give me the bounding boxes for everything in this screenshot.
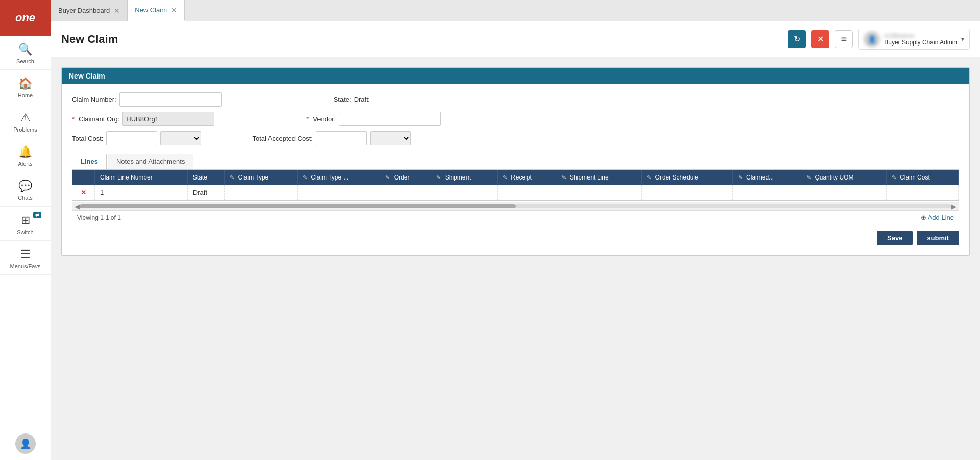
user-text-block: HUB8admin Buyer Supply Chain Admin bbox=[884, 33, 957, 46]
save-button[interactable]: Save bbox=[877, 231, 913, 245]
col-quantity-uom-label: Quantity UOM bbox=[815, 174, 853, 181]
sidebar-item-home-label: Home bbox=[18, 92, 33, 98]
tab-new-claim[interactable]: New Claim ✕ bbox=[128, 0, 185, 21]
col-quantity-uom-edit-icon: ✎ bbox=[806, 174, 811, 181]
table-body: ✕ 1 Draft bbox=[72, 185, 959, 200]
main-content: Buyer Dashboard ✕ New Claim ✕ New Claim … bbox=[51, 0, 980, 460]
lines-table: Claim Line Number State ✎ Claim Type bbox=[72, 170, 959, 200]
tab-notes-label: Notes and Attachments bbox=[116, 158, 185, 165]
sidebar: one 🔍 Search 🏠 Home ⚠ Problems 🔔 Alerts … bbox=[0, 0, 51, 460]
page-content: New Claim Claim Number: State: Draft bbox=[51, 57, 980, 460]
col-quantity-uom: ✎ Quantity UOM bbox=[801, 170, 887, 185]
sidebar-avatar-area[interactable]: 👤 bbox=[0, 427, 51, 460]
cell-claim-line-number: 1 bbox=[95, 185, 188, 200]
app-logo: one bbox=[0, 0, 51, 36]
form-body: Claim Number: State: Draft * Claimant Or… bbox=[62, 84, 969, 255]
col-shipment-edit-icon: ✎ bbox=[436, 174, 441, 181]
tab-lines[interactable]: Lines bbox=[72, 154, 107, 169]
total-cost-input[interactable] bbox=[106, 131, 157, 145]
cell-claim-line-number-value: 1 bbox=[100, 189, 104, 196]
action-bar: Save submit bbox=[72, 224, 959, 247]
col-claimed-label: Claimed... bbox=[746, 174, 774, 181]
home-icon: 🏠 bbox=[18, 77, 32, 90]
col-order-schedule-edit-icon: ✎ bbox=[647, 174, 651, 181]
col-shipment-line: ✎ Shipment Line bbox=[556, 170, 642, 185]
content-tabs: Lines Notes and Attachments bbox=[72, 154, 959, 169]
total-accepted-cost-input[interactable] bbox=[316, 131, 367, 145]
tab-buyer-dashboard-close[interactable]: ✕ bbox=[114, 7, 120, 15]
user-avatar: 👤 bbox=[864, 31, 880, 47]
tab-notes-attachments[interactable]: Notes and Attachments bbox=[108, 154, 193, 169]
claimant-org-label: Claimant Org: bbox=[79, 115, 119, 123]
col-claim-cost-label: Claim Cost bbox=[900, 174, 930, 181]
total-accepted-cost-currency-select[interactable] bbox=[370, 131, 411, 145]
horizontal-scrollbar[interactable]: ◀ ▶ bbox=[72, 202, 959, 210]
sidebar-item-search[interactable]: 🔍 Search bbox=[0, 36, 51, 70]
tab-new-claim-close[interactable]: ✕ bbox=[171, 6, 177, 14]
sidebar-item-chats[interactable]: 💬 Chats bbox=[0, 172, 51, 207]
col-claim-type-2-label: Claim Type ... bbox=[311, 174, 348, 181]
cell-quantity-uom[interactable] bbox=[801, 185, 887, 200]
col-state-label: State bbox=[193, 174, 207, 181]
claimant-org-group: * Claimant Org: bbox=[72, 112, 214, 126]
claimant-org-input[interactable] bbox=[122, 112, 214, 126]
sidebar-item-switch[interactable]: ⊞ ⇄ Switch bbox=[0, 207, 51, 241]
col-state: State bbox=[187, 170, 224, 185]
sidebar-bottom: 👤 bbox=[0, 427, 51, 460]
col-claim-type-1: ✎ Claim Type bbox=[225, 170, 298, 185]
cell-state: Draft bbox=[187, 185, 224, 200]
cell-shipment[interactable] bbox=[431, 185, 497, 200]
tab-lines-label: Lines bbox=[81, 158, 98, 165]
submit-button[interactable]: submit bbox=[917, 231, 959, 245]
tab-bar: Buyer Dashboard ✕ New Claim ✕ bbox=[51, 0, 980, 21]
col-claimed-edit-icon: ✎ bbox=[738, 174, 743, 181]
scrollbar-track[interactable] bbox=[80, 204, 951, 208]
add-line-button[interactable]: ⊕ Add Line bbox=[921, 214, 954, 221]
cell-state-value: Draft bbox=[193, 189, 207, 196]
col-delete bbox=[72, 170, 95, 185]
col-claim-type-2: ✎ Claim Type ... bbox=[297, 170, 380, 185]
vendor-required-mark: * bbox=[306, 115, 309, 123]
total-cost-currency-select[interactable] bbox=[160, 131, 201, 145]
sidebar-item-alerts[interactable]: 🔔 Alerts bbox=[0, 138, 51, 172]
cell-claim-cost[interactable] bbox=[886, 185, 958, 200]
table-footer: Viewing 1-1 of 1 ⊕ Add Line bbox=[72, 210, 959, 224]
refresh-button[interactable]: ↻ bbox=[788, 30, 806, 48]
header-actions: ↻ ✕ ≡ 👤 HUB8admin Buyer Supply Chain Adm… bbox=[788, 29, 970, 50]
col-shipment-label: Shipment bbox=[445, 174, 471, 181]
cell-receipt[interactable] bbox=[497, 185, 556, 200]
claim-number-input[interactable] bbox=[119, 92, 222, 107]
add-line-icon: ⊕ bbox=[921, 214, 926, 221]
total-accepted-cost-label: Total Accepted Cost: bbox=[252, 135, 313, 142]
vendor-input[interactable] bbox=[339, 112, 441, 126]
switch-badge: ⇄ bbox=[33, 212, 41, 218]
state-value: Draft bbox=[354, 96, 369, 104]
row-delete-button[interactable]: ✕ bbox=[78, 189, 89, 196]
form-row-1: Claim Number: State: Draft bbox=[72, 92, 959, 107]
tab-buyer-dashboard[interactable]: Buyer Dashboard ✕ bbox=[51, 0, 128, 21]
state-label: State: bbox=[334, 96, 351, 104]
close-button[interactable]: ✕ bbox=[811, 30, 829, 48]
col-receipt-edit-icon: ✎ bbox=[503, 174, 507, 181]
cell-order[interactable] bbox=[380, 185, 431, 200]
cell-claim-type-2[interactable] bbox=[297, 185, 380, 200]
cell-claimed[interactable] bbox=[732, 185, 801, 200]
sidebar-item-home[interactable]: 🏠 Home bbox=[0, 70, 51, 104]
add-line-label: Add Line bbox=[928, 214, 954, 221]
scroll-right-arrow[interactable]: ▶ bbox=[951, 202, 957, 210]
col-order-schedule: ✎ Order Schedule bbox=[642, 170, 732, 185]
col-claim-cost-edit-icon: ✎ bbox=[892, 174, 896, 181]
cell-order-schedule[interactable] bbox=[642, 185, 732, 200]
menu-button[interactable]: ≡ bbox=[835, 30, 853, 48]
scroll-left-arrow[interactable]: ◀ bbox=[75, 202, 80, 210]
col-order: ✎ Order bbox=[380, 170, 431, 185]
cell-shipment-line[interactable] bbox=[556, 185, 642, 200]
page-title: New Claim bbox=[61, 33, 118, 46]
sidebar-item-problems[interactable]: ⚠ Problems bbox=[0, 104, 51, 138]
tab-buyer-dashboard-label: Buyer Dashboard bbox=[58, 7, 110, 14]
cell-claim-type-1[interactable] bbox=[225, 185, 298, 200]
user-info-dropdown[interactable]: 👤 HUB8admin Buyer Supply Chain Admin ▾ bbox=[858, 29, 970, 50]
total-accepted-cost-group: Total Accepted Cost: bbox=[252, 131, 411, 145]
sidebar-item-menus[interactable]: ☰ Menus/Favs bbox=[0, 241, 51, 275]
table-header-row: Claim Line Number State ✎ Claim Type bbox=[72, 170, 959, 185]
